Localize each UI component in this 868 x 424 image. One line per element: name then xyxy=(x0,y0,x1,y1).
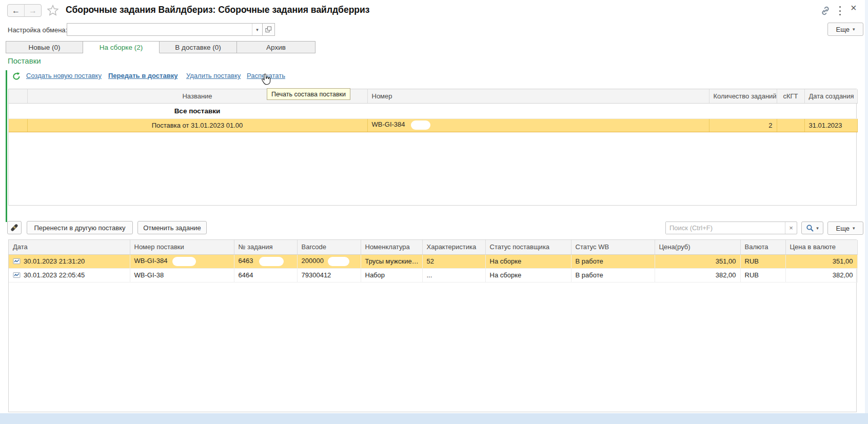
tasks-col-barcode[interactable]: Barcode xyxy=(297,240,361,254)
supplies-col-created[interactable]: Дата создания xyxy=(804,89,857,103)
page-title: Сборочные задания Вайлдбериз: Сборочные … xyxy=(66,5,369,15)
tasks-col-price-currency[interactable]: Цена в валюте xyxy=(785,240,857,254)
tasks-header-row: Дата Номер поставки № задания Barcode Но… xyxy=(9,240,857,254)
search-clear-icon[interactable]: × xyxy=(785,222,797,234)
task-row-selected[interactable]: 30.01.2023 21:31:20 WB-GI-384 6463 20000… xyxy=(9,254,857,268)
print-tooltip: Печать состава поставки xyxy=(267,88,350,100)
supply-created: 31.01.2023 xyxy=(804,118,857,132)
window-edge-bottom xyxy=(0,413,868,424)
combobox-dropdown-icon[interactable]: ▾ xyxy=(252,24,262,35)
task-row-marker-icon xyxy=(13,258,21,265)
supply-task-count: 2 xyxy=(709,118,777,132)
supplies-col-task-count[interactable]: Количество заданий xyxy=(709,89,777,103)
supplies-header-row: Название Номер Количество заданий сКГТ Д… xyxy=(9,89,857,103)
exchange-settings-combobox: ▾ xyxy=(67,23,263,36)
task-date: 30.01.2023 21:31:20 xyxy=(24,257,85,265)
search-button[interactable]: ▾ xyxy=(801,221,823,234)
more-menu-icon[interactable] xyxy=(838,6,841,15)
tasks-col-supplier-status[interactable]: Статус поставщика xyxy=(485,240,571,254)
barcode-scanner-icon xyxy=(10,223,19,232)
open-in-list-icon xyxy=(265,26,272,33)
task-row[interactable]: 30.01.2023 22:05:45 WB-GI-38 6464 793004… xyxy=(9,268,857,282)
supplies-header-spacer xyxy=(9,89,27,103)
supplies-table: Название Номер Количество заданий сКГТ Д… xyxy=(8,89,857,206)
task-row-marker-icon xyxy=(13,272,21,278)
tab-in-delivery[interactable]: В доставке (0) xyxy=(160,41,237,53)
tasks-col-currency[interactable]: Валюта xyxy=(740,240,785,254)
chevron-down-icon: ▾ xyxy=(853,27,855,32)
refresh-icon[interactable] xyxy=(12,72,21,83)
tab-on-assembly[interactable]: На сборке (2) xyxy=(83,41,160,53)
chevron-down-icon: ▾ xyxy=(853,226,855,231)
task-price-currency: 382,00 xyxy=(785,268,857,282)
tab-new[interactable]: Новые (0) xyxy=(6,41,83,53)
move-to-supply-button[interactable]: Перенести в другую поставку xyxy=(27,221,133,234)
cancel-task-button[interactable]: Отменить задание xyxy=(137,221,207,234)
tasks-col-task-number[interactable]: № задания xyxy=(234,240,297,254)
search-input[interactable] xyxy=(666,222,785,234)
task-wb-status: В работе xyxy=(571,268,655,282)
combobox-open-button[interactable] xyxy=(262,23,275,36)
task-currency: RUB xyxy=(740,254,785,268)
hand-cursor-icon xyxy=(260,73,272,88)
redaction-blob xyxy=(172,257,196,266)
supply-row-selected[interactable]: Поставка от 31.01.2023 01.00 WB-GI-384 2… xyxy=(9,118,857,132)
app-window: ← → Сборочные задания Вайлдбериз: Сбороч… xyxy=(0,0,868,424)
supply-skgt xyxy=(777,118,804,132)
task-price: 382,00 xyxy=(655,268,740,282)
close-icon[interactable]: × xyxy=(851,3,857,13)
task-characteristic: ... xyxy=(422,268,485,282)
task-price-currency: 351,00 xyxy=(785,254,857,268)
tasks-col-wb-status[interactable]: Статус WB xyxy=(571,240,655,254)
scanner-button[interactable] xyxy=(7,221,22,234)
redaction-blob xyxy=(328,257,349,266)
task-barcode: 79300412 xyxy=(297,268,361,282)
tasks-col-supply-number[interactable]: Номер поставки xyxy=(130,240,234,254)
task-price: 351,00 xyxy=(655,254,740,268)
active-group-bar xyxy=(6,70,7,222)
redaction-blob xyxy=(411,120,430,130)
task-characteristic: 52 xyxy=(422,254,485,268)
supplies-col-skgt[interactable]: сКГТ xyxy=(777,89,804,103)
more-button-top[interactable]: Еще ▾ xyxy=(827,23,863,36)
chevron-down-icon: ▾ xyxy=(816,226,819,231)
supplies-col-number[interactable]: Номер xyxy=(367,89,709,103)
search-box: × xyxy=(665,221,797,234)
send-to-delivery-link[interactable]: Передать в доставку xyxy=(108,72,177,79)
task-supply-number: WB-GI-384 xyxy=(134,257,168,265)
task-supply-number: WB-GI-38 xyxy=(130,268,234,282)
task-wb-status: В работе xyxy=(571,254,655,268)
exchange-settings-label: Настройка обмена: xyxy=(8,26,67,34)
back-button[interactable]: ← xyxy=(8,5,25,16)
redaction-blob xyxy=(259,257,284,266)
task-nomenclature: Трусы мужские… xyxy=(361,254,422,268)
task-number: 6464 xyxy=(234,268,297,282)
status-tabs: Новые (0) На сборке (2) В доставке (0) А… xyxy=(6,41,315,53)
create-supply-link[interactable]: Создать новую поставку xyxy=(26,72,102,79)
history-nav: ← → xyxy=(7,4,42,17)
favorite-star-icon[interactable] xyxy=(47,5,58,18)
supplies-heading: Поставки xyxy=(8,56,41,65)
tasks-col-characteristic[interactable]: Характеристика xyxy=(422,240,485,254)
supplies-group-row[interactable]: Все поставки xyxy=(9,103,857,118)
tasks-col-date[interactable]: Дата xyxy=(9,240,130,254)
more-button-tasks[interactable]: Еще ▾ xyxy=(827,221,863,235)
more-button-label: Еще xyxy=(836,26,850,33)
tasks-table: Дата Номер поставки № задания Barcode Но… xyxy=(8,239,857,412)
exchange-settings-input[interactable] xyxy=(67,24,252,35)
task-number: 6463 xyxy=(239,257,253,265)
task-nomenclature: Набор xyxy=(361,268,422,282)
get-link-icon[interactable] xyxy=(820,6,831,18)
tasks-col-nomenclature[interactable]: Номенклатура xyxy=(361,240,422,254)
task-date: 30.01.2023 22:05:45 xyxy=(24,271,85,279)
task-barcode: 200000 xyxy=(302,257,324,265)
delete-supply-link[interactable]: Удалить поставку xyxy=(186,72,241,79)
supply-name: Поставка от 31.01.2023 01.00 xyxy=(27,118,367,132)
window-edge-right xyxy=(865,0,868,413)
group-row-label: Все поставки xyxy=(174,107,221,115)
tasks-col-price[interactable]: Цена(руб) xyxy=(655,240,740,254)
tab-archive[interactable]: Архив xyxy=(237,41,315,53)
supply-number: WB-GI-384 xyxy=(372,120,405,128)
forward-button[interactable]: → xyxy=(25,5,41,16)
task-supplier-status: На сборке xyxy=(485,254,571,268)
